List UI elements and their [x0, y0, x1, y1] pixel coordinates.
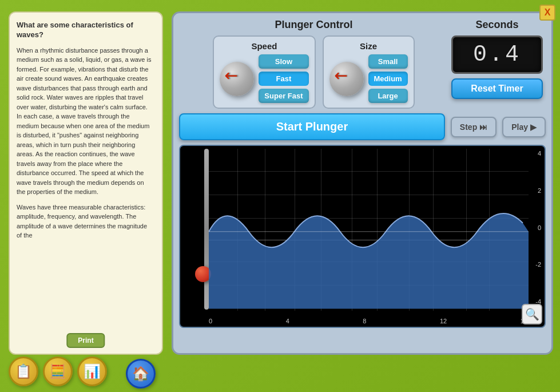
play-button[interactable]: Play ▶ [502, 117, 546, 137]
timer-display: 0.4 [451, 35, 543, 74]
wave-area: 4 2 0 -2 -4 0 4 8 12 16 🔍 [179, 145, 546, 328]
y-label-0: 0 [538, 225, 541, 231]
x-axis: 0 4 8 12 16 [209, 318, 527, 324]
home-icon[interactable]: 🏠 [126, 359, 156, 389]
y-label-4: 4 [538, 151, 541, 157]
zoom-icon[interactable]: 🔍 [522, 304, 542, 324]
plunger-control-section: Plunger Control Speed ↖ Slow Fast Super … [179, 19, 448, 109]
x-label-0: 0 [209, 318, 212, 324]
play-icon: ▶ [530, 122, 537, 132]
action-row: Start Plunger Step ⏭ Play ▶ [179, 113, 546, 140]
timer-label: Seconds [475, 19, 518, 31]
left-panel: What are some characteristics of waves? … [9, 11, 163, 355]
wave-svg [209, 149, 529, 309]
speed-superfast-button[interactable]: Super Fast [259, 89, 308, 103]
size-control-box: Size ↖ Small Medium Large [323, 35, 415, 109]
speed-control-box: Speed ↖ Slow Fast Super Fast [213, 35, 315, 109]
ball-arrow-icon: ↖ [220, 64, 243, 87]
left-panel-text: When a rhythmic disturbance passes throu… [17, 46, 153, 240]
plunger-control-title: Plunger Control [179, 19, 448, 31]
x-label-8: 8 [363, 318, 366, 324]
timer-section: Seconds 0.4 Reset Timer [448, 19, 546, 99]
calculator-icon[interactable]: 🧮 [43, 357, 73, 386]
reset-timer-button[interactable]: Reset Timer [451, 78, 543, 99]
right-panel: Plunger Control Speed ↖ Slow Fast Super … [172, 11, 553, 355]
control-header: Plunger Control Speed ↖ Slow Fast Super … [179, 19, 546, 109]
y-label-n2: -2 [535, 262, 541, 268]
size-ball: ↖ [329, 62, 364, 96]
speed-label: Speed [220, 41, 308, 51]
bottom-toolbar: 📋 🧮 📊 [9, 357, 107, 386]
plunger-bar [204, 149, 209, 310]
size-buttons: Small Medium Large [368, 54, 408, 103]
left-panel-scroll[interactable]: When a rhythmic disturbance passes throu… [17, 46, 155, 336]
close-button[interactable]: X [539, 5, 555, 21]
size-inner: ↖ Small Medium Large [329, 54, 408, 103]
speed-ball: ↖ [220, 62, 254, 96]
size-label: Size [329, 41, 408, 51]
size-medium-button[interactable]: Medium [368, 72, 408, 86]
x-label-4: 4 [286, 318, 289, 324]
step-icon: ⏭ [479, 122, 487, 132]
size-large-button[interactable]: Large [368, 89, 408, 103]
speed-inner: ↖ Slow Fast Super Fast [220, 54, 308, 103]
step-label: Step [460, 122, 477, 132]
y-axis: 4 2 0 -2 -4 [535, 146, 541, 310]
size-ball-arrow-icon: ↖ [329, 64, 352, 87]
left-panel-title: What are some characteristics of waves? [17, 21, 155, 40]
print-button[interactable]: Print [66, 333, 105, 348]
start-plunger-button[interactable]: Start Plunger [179, 113, 445, 140]
y-label-2: 2 [538, 188, 541, 194]
speed-slow-button[interactable]: Slow [259, 54, 308, 69]
speed-buttons: Slow Fast Super Fast [259, 54, 308, 103]
play-label: Play [511, 122, 528, 132]
size-small-button[interactable]: Small [368, 54, 408, 69]
notebook-icon[interactable]: 📋 [9, 357, 38, 386]
abacus-icon[interactable]: 📊 [77, 357, 107, 386]
step-button[interactable]: Step ⏭ [451, 117, 497, 137]
speed-fast-button[interactable]: Fast [259, 72, 308, 86]
x-label-12: 12 [440, 318, 447, 324]
controls-row: Speed ↖ Slow Fast Super Fast Siz [179, 35, 448, 109]
